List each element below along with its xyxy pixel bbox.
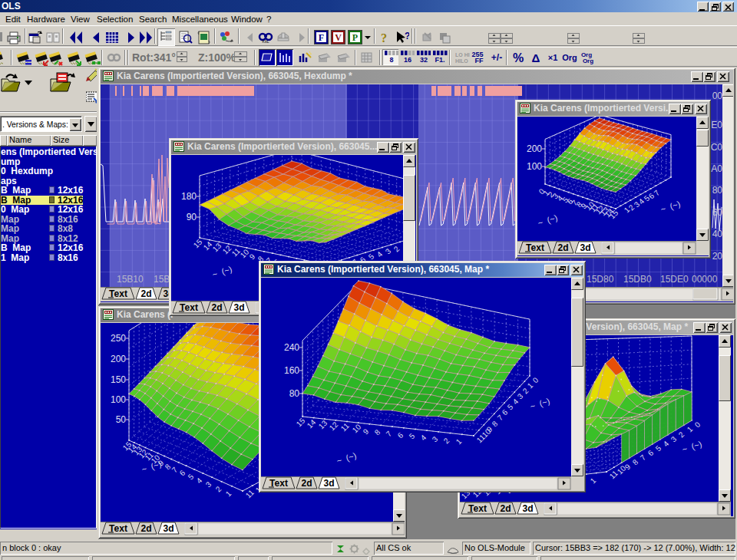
svg-text:HILO: HILO xyxy=(455,58,468,64)
svg-text:?: ? xyxy=(381,31,386,44)
svg-text:2d: 2d xyxy=(500,503,511,514)
svg-text:2d: 2d xyxy=(140,288,151,299)
svg-text:200: 200 xyxy=(527,143,542,154)
svg-text:240: 240 xyxy=(284,342,299,353)
svg-text:80: 80 xyxy=(289,388,300,399)
svg-text:3d: 3d xyxy=(522,503,533,514)
svg-text:2d: 2d xyxy=(557,242,568,253)
svg-text:8: 8 xyxy=(389,56,393,64)
svg-text:?: ? xyxy=(405,31,409,41)
svg-text:3d: 3d xyxy=(163,523,174,534)
svg-text:Org: Org xyxy=(583,58,593,64)
svg-text:Δ: Δ xyxy=(532,51,540,64)
svg-text:F1.: F1. xyxy=(435,56,445,64)
svg-text:FF: FF xyxy=(475,57,484,64)
svg-text:90: 90 xyxy=(187,212,197,222)
svg-text:×1: ×1 xyxy=(548,53,558,62)
svg-text:250: 250 xyxy=(111,333,126,344)
svg-text:2d: 2d xyxy=(140,523,151,534)
svg-text:50: 50 xyxy=(116,414,127,425)
svg-text:%: % xyxy=(513,51,524,64)
svg-text:P: P xyxy=(352,32,358,43)
svg-text:3d: 3d xyxy=(323,478,334,489)
svg-text:2d: 2d xyxy=(211,302,222,313)
svg-text:V: V xyxy=(335,32,342,43)
svg-text:F: F xyxy=(319,32,324,43)
svg-text:200: 200 xyxy=(111,354,126,364)
svg-text:100: 100 xyxy=(111,394,126,405)
svg-text:Org: Org xyxy=(562,53,577,62)
svg-text:150: 150 xyxy=(111,374,126,385)
svg-text:16: 16 xyxy=(404,56,411,64)
svg-text:LO HI: LO HI xyxy=(455,52,470,58)
svg-text:100: 100 xyxy=(527,161,542,172)
svg-text:2d: 2d xyxy=(301,478,312,489)
svg-text:180: 180 xyxy=(181,191,197,202)
svg-text:KbL: KbL xyxy=(263,39,269,44)
svg-text:3d: 3d xyxy=(233,302,244,313)
svg-text:3d: 3d xyxy=(580,242,590,253)
svg-text:+/-: +/- xyxy=(491,52,502,63)
svg-text:32: 32 xyxy=(420,56,428,64)
svg-text:160: 160 xyxy=(284,365,299,376)
